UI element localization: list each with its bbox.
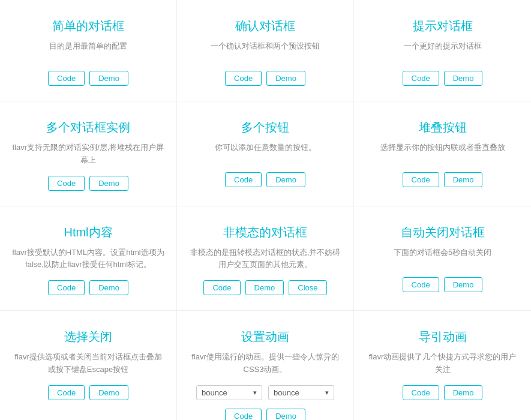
close-button[interactable]: Close [289,280,326,295]
button-group: CodeDemo [366,277,519,292]
chevron-down-icon: ▾ [325,389,329,397]
card-title: 确认对话框 [189,18,341,34]
animation-select-wrapper-0[interactable]: bouncefadeslidezoomflip▾ [196,385,262,400]
card-title: 导引动画 [366,329,519,345]
card-hint-dialog: 提示对话框一个更好的提示对话框CodeDemo [354,0,531,101]
card-simple-dialog: 简单的对话框目的是用最简单的配置CodeDemo [0,0,177,101]
chevron-down-icon: ▾ [253,389,257,397]
card-desc: 选择显示你的按钮内联或者垂直叠放 [366,142,519,163]
button-group: CodeDemo [366,385,519,400]
code-button[interactable]: Code [403,172,439,187]
card-title: 堆叠按钮 [366,119,519,136]
card-guide-animation: 导引动画flavr动画提供了几个快捷方式寻求您的用户关注CodeDemo [354,311,531,420]
demo-button[interactable]: Demo [444,172,483,187]
card-desc: flavr动画提供了几个快捷方式寻求您的用户关注 [366,351,519,376]
card-title: 多个按钮 [189,119,341,136]
button-group: CodeDemo [189,409,341,420]
code-button[interactable]: Code [48,176,85,191]
card-desc: flavr使用流行的动画。提供一些令人惊异的CSS3动画。 [189,351,341,376]
code-button[interactable]: Code [48,280,85,295]
button-group: CodeDemo [189,71,341,86]
button-group: CodeDemo [12,71,164,86]
card-set-animation: 设置动画flavr使用流行的动画。提供一些令人惊异的CSS3动画。bouncef… [177,311,354,420]
card-grid: 简单的对话框目的是用最简单的配置CodeDemo确认对话框一个确认对话框和两个预… [0,0,531,420]
demo-button[interactable]: Demo [266,172,305,187]
button-group: CodeDemo [12,176,164,191]
card-title: 多个对话框实例 [12,119,164,136]
demo-button[interactable]: Demo [444,71,483,86]
button-group: CodeDemo [12,280,164,295]
code-button[interactable]: Code [225,71,262,86]
demo-button[interactable]: Demo [444,277,483,292]
card-confirm-dialog: 确认对话框一个确认对话框和两个预设按钮CodeDemo [177,0,354,101]
card-multi-dialog: 多个对话框实例flavr支持无限的对话实例/层,将堆栈在用户屏幕上CodeDem… [0,101,177,206]
animation-select-1[interactable]: bouncefadeslidezoomflip [274,388,322,397]
code-button[interactable]: Code [403,385,439,400]
demo-button[interactable]: Demo [266,409,305,420]
card-title: 选择关闭 [12,329,164,345]
demo-button[interactable]: Demo [245,280,284,295]
card-desc: 非模态的是扭转模态对话框的状态,并不妨碍用户交互页面的其他元素。 [189,247,341,272]
card-html-content: Html内容flavr接受默认的HTML内容。设置html选项为false,以防… [0,206,177,311]
demo-button[interactable]: Demo [89,71,128,86]
demo-button[interactable]: Demo [89,385,128,400]
card-title: 设置动画 [189,329,341,345]
card-stack-button: 堆叠按钮选择显示你的按钮内联或者垂直叠放CodeDemo [354,101,531,206]
demo-button[interactable]: Demo [89,280,128,295]
button-group: CodeDemo [366,71,519,86]
button-group: CodeDemo [189,172,341,187]
card-desc: 目的是用最简单的配置 [12,40,164,62]
card-title: 提示对话框 [366,18,519,34]
demo-button[interactable]: Demo [89,176,128,191]
card-select-close: 选择关闭flavr提供选项或者关闭当前对话框点击叠加或按下键盘Escape按钮C… [0,311,177,420]
button-group: CodeDemo [12,385,164,400]
card-title: 非模态的对话框 [189,224,341,241]
code-button[interactable]: Code [225,409,262,420]
demo-button[interactable]: Demo [444,385,483,400]
card-desc: 你可以添加任意数量的按钮。 [189,142,341,163]
card-non-modal: 非模态的对话框非模态的是扭转模态对话框的状态,并不妨碍用户交互页面的其他元素。C… [177,206,354,311]
button-group: CodeDemo [366,172,519,187]
animation-select-wrapper-1[interactable]: bouncefadeslidezoomflip▾ [268,385,334,400]
dropdown-group: bouncefadeslidezoomflip▾bouncefadeslidez… [189,385,341,400]
card-title: 自动关闭对话框 [366,224,519,241]
code-button[interactable]: Code [403,71,439,86]
code-button[interactable]: Code [225,172,262,187]
demo-button[interactable]: Demo [266,71,305,86]
card-desc: flavr接受默认的HTML内容。设置html选项为false,以防止flavr… [12,247,164,272]
code-button[interactable]: Code [48,385,85,400]
card-title: Html内容 [12,224,164,241]
button-group: CodeDemoClose [189,280,341,295]
card-desc: flavr支持无限的对话实例/层,将堆栈在用户屏幕上 [12,142,164,167]
animation-select-0[interactable]: bouncefadeslidezoomflip [202,388,250,397]
code-button[interactable]: Code [203,280,240,295]
card-multi-button: 多个按钮你可以添加任意数量的按钮。CodeDemo [177,101,354,206]
card-desc: 一个更好的提示对话框 [366,40,519,62]
card-auto-close: 自动关闭对话框下面的对话框会5秒自动关闭CodeDemo [354,206,531,311]
code-button[interactable]: Code [48,71,85,86]
card-desc: flavr提供选项或者关闭当前对话框点击叠加或按下键盘Escape按钮 [12,351,164,376]
card-desc: 一个确认对话框和两个预设按钮 [189,40,341,62]
card-title: 简单的对话框 [12,18,164,34]
code-button[interactable]: Code [403,277,439,292]
card-desc: 下面的对话框会5秒自动关闭 [366,247,519,268]
